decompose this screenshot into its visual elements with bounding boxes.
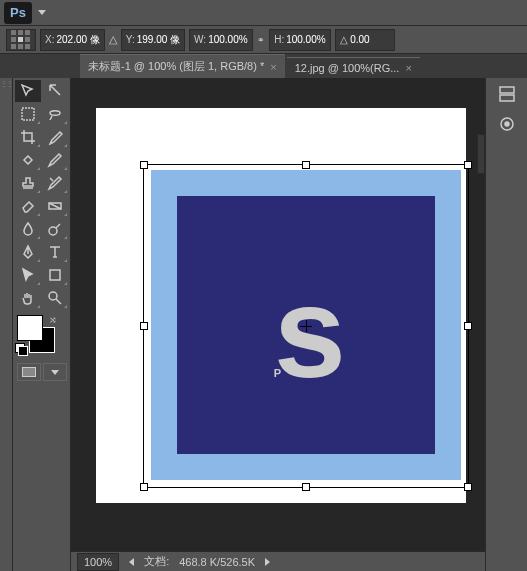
foreground-color[interactable]: [17, 315, 43, 341]
transform-anchor-picker[interactable]: [6, 29, 36, 51]
y-label: Y:: [126, 34, 135, 45]
move-tool[interactable]: [15, 80, 41, 102]
blur-tool[interactable]: [15, 218, 41, 240]
standard-mode-icon[interactable]: [17, 363, 41, 381]
document-canvas[interactable]: Ps: [96, 108, 466, 503]
workspace: ⤭ Ps: [0, 78, 527, 571]
handle-bottom-right[interactable]: [464, 483, 472, 491]
document-tabs: 未标题-1 @ 100% (图层 1, RGB/8) *× 12.jpg @ 1…: [0, 54, 527, 78]
crop-tool[interactable]: [15, 126, 41, 148]
toolbox: ⤭: [13, 78, 71, 571]
status-menu-icon[interactable]: [265, 558, 270, 566]
angle-label: △: [340, 34, 348, 45]
w-value[interactable]: 100.00%: [208, 34, 248, 45]
canvas-area[interactable]: Ps 100% 文档: 468.8 K/526.5K: [71, 78, 485, 571]
zoom-tool[interactable]: [42, 287, 68, 309]
app-menu-chevron[interactable]: [38, 10, 46, 15]
w-field[interactable]: W:100.00%: [189, 29, 253, 51]
h-field[interactable]: H:100.00%: [269, 29, 331, 51]
dodge-tool[interactable]: [42, 218, 68, 240]
swap-colors-icon[interactable]: ⤭: [49, 315, 57, 325]
x-label: X:: [45, 34, 54, 45]
history-brush-tool[interactable]: [42, 172, 68, 194]
tab-inactive[interactable]: 12.jpg @ 100%(RG...×: [287, 57, 420, 78]
close-icon[interactable]: ×: [270, 61, 276, 73]
artboard-tool[interactable]: [42, 80, 68, 102]
handle-middle-left[interactable]: [140, 322, 148, 330]
tab-title: 未标题-1 @ 100% (图层 1, RGB/8) *: [88, 59, 264, 74]
history-panel-icon[interactable]: [492, 82, 522, 106]
transform-bounding-box[interactable]: [143, 164, 469, 488]
reset-colors-icon[interactable]: [15, 343, 27, 355]
svg-rect-3: [50, 270, 60, 280]
right-dock: [485, 78, 527, 571]
handle-bottom-left[interactable]: [140, 483, 148, 491]
delta-icon[interactable]: △: [109, 33, 117, 46]
svg-point-2: [49, 227, 57, 235]
handle-middle-right[interactable]: [464, 322, 472, 330]
x-value[interactable]: 202.00 像: [56, 33, 99, 47]
adjustments-panel-icon[interactable]: [492, 112, 522, 136]
h-value[interactable]: 100.00%: [286, 34, 326, 45]
pen-tool[interactable]: [15, 241, 41, 263]
y-field[interactable]: Y:199.00 像: [121, 29, 185, 51]
dock-collapse-handle[interactable]: [477, 134, 485, 174]
brush-tool[interactable]: [42, 149, 68, 171]
healing-tool[interactable]: [15, 149, 41, 171]
svg-point-4: [49, 292, 57, 300]
eraser-tool[interactable]: [15, 195, 41, 217]
svg-point-8: [505, 122, 509, 126]
w-label: W:: [194, 34, 206, 45]
handle-bottom-center[interactable]: [302, 483, 310, 491]
lasso-tool[interactable]: [42, 103, 68, 125]
shape-tool[interactable]: [42, 264, 68, 286]
svg-rect-6: [500, 95, 514, 101]
menubar: Ps: [0, 0, 527, 26]
angle-field[interactable]: △0.00: [335, 29, 395, 51]
status-bar: 100% 文档: 468.8 K/526.5K: [71, 551, 485, 571]
link-icon[interactable]: ⚭: [257, 35, 265, 45]
eyedropper-tool[interactable]: [42, 126, 68, 148]
handle-top-center[interactable]: [302, 161, 310, 169]
doc-label: 文档:: [144, 554, 169, 569]
svg-rect-0: [22, 108, 34, 120]
x-field[interactable]: X:202.00 像: [40, 29, 105, 51]
screen-mode-icon[interactable]: [43, 363, 67, 381]
tab-active[interactable]: 未标题-1 @ 100% (图层 1, RGB/8) *×: [80, 54, 285, 78]
handle-top-right[interactable]: [464, 161, 472, 169]
tab-title: 12.jpg @ 100%(RG...: [295, 62, 400, 74]
h-label: H:: [274, 34, 284, 45]
path-select-tool[interactable]: [15, 264, 41, 286]
transform-center-point[interactable]: [300, 320, 312, 332]
close-icon[interactable]: ×: [405, 62, 411, 74]
quickmask-toggle[interactable]: [15, 363, 68, 381]
hand-tool[interactable]: [15, 287, 41, 309]
y-value[interactable]: 199.00 像: [137, 33, 180, 47]
status-arrow-icon[interactable]: [129, 558, 134, 566]
zoom-level[interactable]: 100%: [77, 553, 119, 571]
doc-info: 468.8 K/526.5K: [179, 556, 255, 568]
gradient-tool[interactable]: [42, 195, 68, 217]
svg-rect-5: [500, 87, 514, 93]
marquee-tool[interactable]: [15, 103, 41, 125]
stamp-tool[interactable]: [15, 172, 41, 194]
toolbox-grip[interactable]: [0, 78, 13, 571]
app-logo[interactable]: Ps: [4, 2, 32, 24]
options-bar: X:202.00 像 △ Y:199.00 像 W:100.00% ⚭ H:10…: [0, 26, 527, 54]
color-swatches[interactable]: ⤭: [15, 315, 61, 355]
type-tool[interactable]: [42, 241, 68, 263]
handle-top-left[interactable]: [140, 161, 148, 169]
angle-value[interactable]: 0.00: [350, 34, 390, 45]
